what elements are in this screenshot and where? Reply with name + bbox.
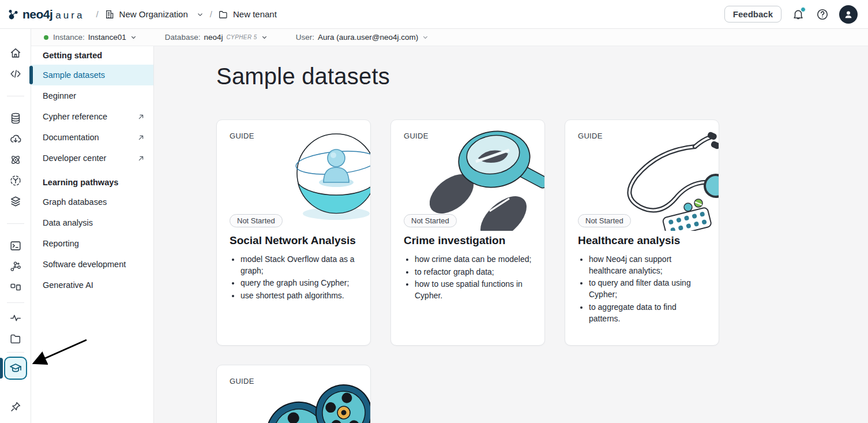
sidebar-item-data-analysis[interactable]: Data analysis [31, 212, 153, 233]
sidebar-item-cypher-reference[interactable]: Cypher reference [31, 106, 153, 127]
terminal-icon[interactable] [5, 235, 27, 256]
sidebar-item-developer-center[interactable]: Developer center [31, 148, 153, 169]
learn-icon[interactable] [4, 357, 27, 380]
guide-kicker: GUIDE [404, 132, 532, 140]
guide-card-movies[interactable]: GUIDE [216, 365, 371, 423]
guide-bullet: to query and filter data using Cypher; [589, 278, 706, 301]
breadcrumb-organization[interactable]: New Organization [104, 9, 204, 20]
instance-selector[interactable]: Instance: Instance01 [44, 33, 137, 42]
sidebar-item-graph-databases[interactable]: Graph databases [31, 192, 153, 212]
top-bar: neo4j aura / New Organization / New tena… [0, 0, 868, 29]
database-icon[interactable] [5, 108, 27, 129]
sidebar-item-label: Documentation [43, 133, 99, 142]
user-label: User: [296, 33, 314, 42]
breadcrumb-separator: / [210, 9, 212, 19]
sidebar-item-software-development[interactable]: Software development [31, 254, 153, 275]
logo-brand-text: neo4j [22, 8, 52, 21]
icon-rail [0, 29, 31, 423]
sidebar-item-beginner[interactable]: Beginner [31, 85, 153, 106]
neo4j-logo-icon [8, 8, 20, 21]
sidebar-item-reporting[interactable]: Reporting [31, 233, 153, 254]
sidebar-item-label: Graph databases [43, 197, 107, 207]
instance-value: Instance01 [88, 33, 126, 42]
sidebar-item-generative-ai[interactable]: Generative AI [31, 275, 153, 295]
divider [7, 96, 24, 96]
guide-card-crime-investigation[interactable]: GUIDE Not Started [390, 119, 545, 346]
guide-bullet: to refactor graph data; [415, 267, 532, 278]
database-label: Database: [165, 33, 201, 42]
guide-card-grid: GUIDE Not Started [216, 119, 868, 423]
graph-analytics-icon[interactable] [5, 149, 27, 170]
chevron-down-icon [422, 33, 429, 41]
guide-bullet: use shortest path algorithms. [241, 290, 358, 302]
guide-bullet: model Stack Overflow data as a graph; [241, 254, 358, 277]
sidebar-item-label: Beginner [43, 91, 76, 100]
guide-card-social-network-analysis[interactable]: GUIDE Not Started [216, 119, 371, 346]
guide-title: Crime investigation [404, 233, 532, 248]
import-cloud-icon[interactable] [5, 129, 27, 149]
pin-icon[interactable] [5, 396, 27, 417]
chevron-down-icon [130, 33, 137, 41]
menu-section-header: Getting started [31, 46, 153, 65]
sidebar-item-label: Developer center [43, 154, 106, 163]
page-title: Sample datasets [216, 63, 868, 89]
guide-bullet-list: model Stack Overflow data as a graph; qu… [230, 254, 358, 302]
divider [7, 302, 24, 303]
divider [7, 352, 24, 353]
user-selector[interactable]: User: Aura (aura.user@neo4j.com) [296, 33, 430, 42]
database-selector[interactable]: Database: neo4j CYPHER 5 [165, 33, 268, 42]
folder-icon [218, 9, 228, 20]
guide-bullet-list: how crime data can be modeled; to refact… [404, 254, 532, 302]
divider [7, 223, 24, 224]
sidebar-item-label: Cypher reference [43, 112, 107, 121]
database-value: neo4j [204, 33, 223, 42]
chevron-down-icon [261, 33, 268, 41]
status-badge: Not Started [578, 214, 631, 227]
chevron-down-icon[interactable] [196, 10, 204, 18]
guide-bullet-list: how Neo4j can support healthcare analyti… [578, 254, 706, 325]
query-code-icon[interactable] [5, 63, 27, 84]
dashboard-icon[interactable] [5, 277, 27, 298]
breadcrumb-tenant-label: New tenant [233, 9, 277, 19]
help-icon [816, 8, 829, 21]
sidebar-item-label: Software development [43, 260, 126, 269]
guide-bullet: how to use spatial functions in Cypher. [415, 279, 532, 302]
sidebar-item-documentation[interactable]: Documentation [31, 127, 153, 148]
instance-label: Instance: [53, 33, 85, 42]
external-link-icon [137, 113, 145, 121]
layers-icon[interactable] [5, 191, 27, 212]
graph-schema-icon[interactable] [5, 256, 27, 277]
sidebar-item-label: Reporting [43, 239, 79, 248]
home-icon[interactable] [5, 43, 27, 63]
notifications-button[interactable] [791, 7, 806, 22]
guide-bullet: query the graph using Cypher; [241, 278, 358, 289]
sidebar-item-sample-datasets[interactable]: Sample datasets [31, 65, 153, 85]
guide-bullet: to aggregate data to find patterns. [589, 302, 706, 325]
guide-card-healthcare-analysis[interactable]: GUIDE [565, 119, 719, 346]
external-link-icon [137, 154, 145, 163]
help-button[interactable] [815, 7, 830, 22]
breadcrumb-tenant[interactable]: New tenant [218, 9, 277, 20]
instance-status-icon [44, 35, 48, 40]
neo4j-aura-logo[interactable]: neo4j aura [8, 8, 84, 21]
feedback-button[interactable]: Feedback [724, 6, 781, 23]
guide-kicker: GUIDE [230, 132, 358, 140]
context-bar: Instance: Instance01 Database: neo4j CYP… [31, 29, 868, 46]
user-avatar[interactable] [839, 5, 858, 24]
files-icon[interactable] [5, 328, 27, 349]
activity-icon[interactable] [5, 308, 27, 328]
guide-kicker: GUIDE [230, 377, 358, 385]
guide-title: Healthcare analysis [578, 233, 706, 248]
sidebar-item-label: Data analysis [43, 218, 93, 227]
active-item-indicator [29, 66, 33, 84]
breadcrumb-separator: / [96, 9, 98, 19]
status-badge: Not Started [230, 214, 283, 227]
notification-badge [801, 7, 806, 12]
guide-bullet: how crime data can be modeled; [415, 254, 532, 265]
logo-product-text: aura [55, 10, 84, 21]
external-link-icon [137, 133, 145, 142]
user-value: Aura (aura.user@neo4j.com) [318, 33, 418, 42]
main-content: Sample datasets GUIDE [154, 46, 868, 423]
explore-icon[interactable] [5, 170, 27, 191]
menu-section-header: Learning pathways [31, 173, 153, 192]
